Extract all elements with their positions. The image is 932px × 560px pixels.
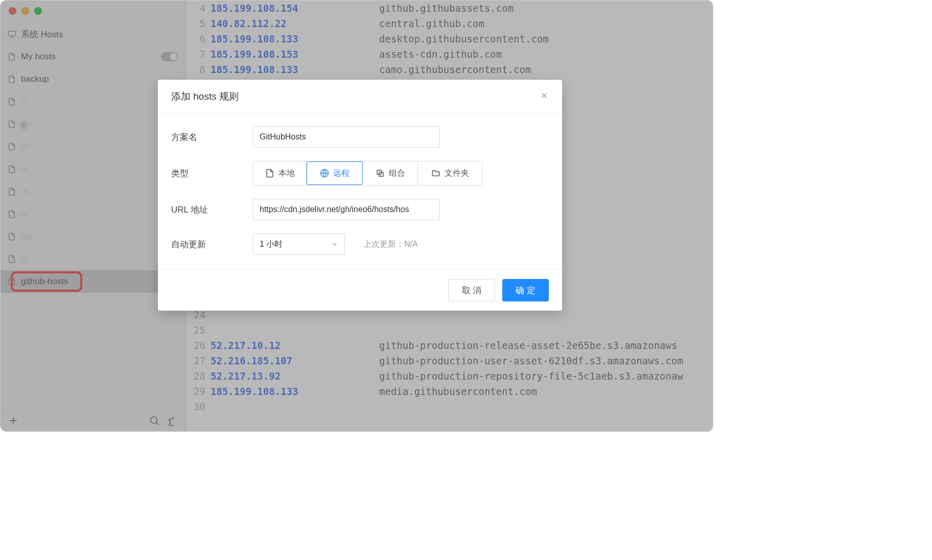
globe-icon xyxy=(320,169,329,178)
url-field-label: URL 地址 xyxy=(171,204,253,216)
last-update-text: 上次更新：N/A xyxy=(363,239,418,250)
modal-title: 添加 hosts 规则 xyxy=(171,90,239,103)
ok-button[interactable]: 确 定 xyxy=(502,279,549,301)
type-field-label: 类型 xyxy=(171,168,253,179)
copy-icon xyxy=(376,169,385,178)
add-hosts-rule-modal: 添加 hosts 规则 方案名 类型 本地 远程 xyxy=(158,80,562,311)
auto-update-select[interactable]: 1 小时 xyxy=(253,234,345,255)
close-icon[interactable] xyxy=(540,90,549,103)
file-icon xyxy=(265,169,274,178)
name-field-label: 方案名 xyxy=(171,131,253,143)
auto-update-label: 自动更新 xyxy=(171,239,253,250)
name-input[interactable] xyxy=(253,126,440,148)
type-option-remote[interactable]: 远程 xyxy=(307,161,363,185)
type-option-local[interactable]: 本地 xyxy=(253,161,307,185)
url-input[interactable] xyxy=(253,199,440,220)
type-option-combo[interactable]: 组合 xyxy=(363,161,418,185)
chevron-down-icon xyxy=(331,241,338,248)
folder-icon xyxy=(431,169,440,178)
type-option-folder[interactable]: 文件夹 xyxy=(418,161,482,185)
cancel-button[interactable]: 取 消 xyxy=(448,279,496,301)
type-segmented-control: 本地 远程 组合 文件夹 xyxy=(253,161,483,185)
